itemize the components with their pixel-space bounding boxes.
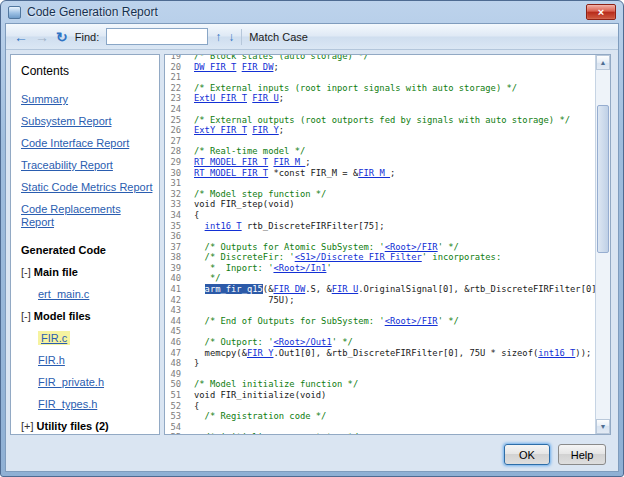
code-link[interactable]: FIR_M_	[273, 157, 305, 167]
line-number: 50	[165, 379, 194, 390]
tree-toggle-icon[interactable]: [+]	[21, 420, 34, 432]
tree-file-row: FIR.h	[38, 354, 155, 367]
code-line-text: void FIR_step(void)	[194, 199, 295, 210]
sidebar-report-links: SummarySubsystem ReportCode Interface Re…	[21, 93, 155, 229]
code-link[interactable]: FIR_U	[252, 93, 278, 103]
code-link[interactable]: int16_T	[538, 348, 575, 358]
sidebar-item-code-interface-report: Code Interface Report	[21, 137, 155, 150]
line-number: 21	[165, 72, 194, 83]
code-line-text: arm_fir_q15(&FIR_DW.S, &FIR_U.OriginalSi…	[194, 284, 595, 295]
code-comment: /* Model initialize function */	[194, 379, 358, 389]
scroll-down-arrow[interactable]: ▼	[596, 419, 610, 434]
scrollbar-thumb[interactable]	[597, 105, 609, 253]
file-link-fir-private-h[interactable]: FIR_private.h	[38, 376, 104, 388]
code-link[interactable]: <Root>/In1	[273, 263, 326, 273]
sidebar-link-summary[interactable]: Summary	[21, 93, 68, 105]
tree-file-row: FIR_private.h	[38, 376, 155, 389]
code-link[interactable]: FIR_DW	[242, 62, 274, 72]
line-number: 22	[165, 83, 194, 94]
sidebar-link-static-code-metrics-report[interactable]: Static Code Metrics Report	[21, 181, 152, 193]
code-comment: ' */	[438, 242, 459, 252]
ok-button[interactable]: OK	[504, 444, 550, 465]
help-button[interactable]: Help	[558, 444, 606, 465]
scroll-up-arrow[interactable]: ▲	[596, 55, 610, 70]
code-line-text: void FIR_initialize(void)	[194, 390, 326, 401]
code-link[interactable]: <S1>/Discrete FIR Filter	[295, 252, 422, 262]
code-comment: '	[326, 263, 331, 273]
line-number: 42	[165, 295, 194, 306]
find-input[interactable]	[106, 28, 208, 45]
tree-toggle-icon[interactable]: [-]	[21, 266, 31, 278]
titlebar: Code Generation Report ×	[1, 1, 623, 23]
find-next-icon[interactable]: ↓	[228, 31, 234, 43]
sidebar-link-subsystem-report[interactable]: Subsystem Report	[21, 115, 111, 127]
app-icon	[8, 6, 21, 19]
code-link[interactable]: FIR_DW	[273, 284, 305, 294]
code-comment: /* Real-time model */	[194, 146, 305, 156]
code-text: void FIR_step(void)	[194, 199, 295, 209]
back-icon[interactable]: ←	[14, 30, 28, 44]
code-comment: * Inport: '	[194, 263, 273, 273]
code-link[interactable]: <Root>/Out1	[273, 337, 331, 347]
code-line: 30RT_MODEL_FIR_T *const FIR_M = &FIR_M_;	[165, 168, 595, 179]
vertical-scrollbar[interactable]: ▲ ▼	[595, 55, 610, 434]
code-line: 52{	[165, 401, 595, 412]
code-line-text: /* Registration code */	[194, 411, 326, 422]
code-line: 29RT_MODEL_FIR_T FIR_M_;	[165, 157, 595, 168]
code-comment: ' */	[332, 337, 353, 347]
code-line: 27	[165, 136, 595, 147]
code-line-text: {	[194, 401, 199, 412]
code-link[interactable]: FIR_M_	[358, 168, 390, 178]
refresh-icon[interactable]: ↻	[56, 30, 68, 44]
tree-group-label: Utility files (2)	[34, 420, 109, 432]
code-link[interactable]: RT_MODEL_FIR_T	[194, 168, 268, 178]
code-link[interactable]: int16_T	[205, 221, 242, 231]
code-link[interactable]: FIR_Y	[252, 125, 278, 135]
code-line-text: /* Outport: '<Root>/Out1' */	[194, 337, 353, 348]
code-link[interactable]: RT_MODEL_FIR_T	[194, 157, 268, 167]
code-comment: ' */	[438, 316, 459, 326]
code-link[interactable]: ExtU_FIR_T	[194, 93, 247, 103]
line-number: 38	[165, 252, 194, 263]
line-number: 48	[165, 358, 194, 369]
scroll-down-icon: ▼	[600, 423, 607, 430]
code-text: .OriginalSignal[0], &rtb_DiscreteFIRFilt…	[358, 284, 595, 294]
code-line: 28/* Real-time model */	[165, 146, 595, 157]
file-link-fir-h[interactable]: FIR.h	[38, 354, 65, 366]
find-label: Find:	[75, 31, 99, 43]
code-link[interactable]: <Root>/FIR	[385, 242, 438, 252]
file-link-ert-main-c[interactable]: ert_main.c	[38, 288, 89, 300]
code-lines: 19/* Block states (auto storage) */20DW_…	[165, 54, 595, 435]
sidebar-link-code-interface-report[interactable]: Code Interface Report	[21, 137, 129, 149]
code-link[interactable]: <Root>/FIR	[385, 316, 438, 326]
find-previous-icon[interactable]: ↑	[215, 31, 221, 43]
file-link-fir-c[interactable]: FIR.c	[38, 331, 70, 345]
line-number: 20	[165, 62, 194, 73]
close-button[interactable]: ×	[586, 4, 616, 20]
line-number: 49	[165, 369, 194, 380]
code-link[interactable]: FIR_U	[332, 284, 358, 294]
code-link[interactable]: FIR_Y	[247, 348, 273, 358]
code-text: ;	[305, 157, 310, 167]
code-text: {	[194, 210, 199, 220]
code-line: 49	[165, 369, 595, 380]
code-line-text: * Inport: '<Root>/In1'	[194, 263, 332, 274]
sidebar-item-subsystem-report: Subsystem Report	[21, 115, 155, 128]
forward-icon[interactable]: →	[35, 30, 49, 44]
line-number: 28	[165, 146, 194, 157]
tree-toggle-icon[interactable]: [-]	[21, 310, 31, 322]
sidebar-link-traceability-report[interactable]: Traceability Report	[21, 159, 113, 171]
code-line: 44 /* End of Outputs for SubSystem: '<Ro…	[165, 316, 595, 327]
code-link[interactable]: DW_FIR_T	[194, 62, 236, 72]
code-line-text: }	[194, 358, 199, 369]
code-comment: /* Registration code */	[194, 411, 326, 421]
contents-heading: Contents	[21, 64, 155, 78]
code-line: 32/* Model step function */	[165, 189, 595, 200]
file-link-fir-types-h[interactable]: FIR_types.h	[38, 398, 97, 410]
line-number: 40	[165, 273, 194, 284]
match-case-toggle[interactable]: Match Case	[249, 31, 308, 43]
code-line: 51void FIR_initialize(void)	[165, 390, 595, 401]
code-link[interactable]: ExtY_FIR_T	[194, 125, 247, 135]
sidebar-link-code-replacements-report[interactable]: Code Replacements Report	[21, 203, 121, 228]
code-text: ;	[279, 125, 284, 135]
